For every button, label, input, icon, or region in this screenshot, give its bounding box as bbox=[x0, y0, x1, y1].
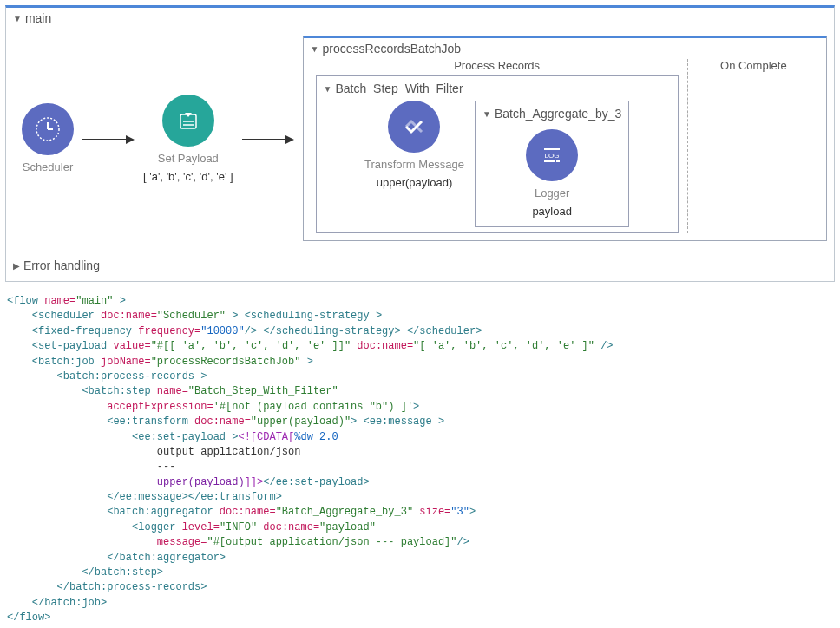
transform-label: Transform Message bbox=[364, 158, 464, 171]
flow-arrow-1 bbox=[82, 128, 135, 148]
batch-phases: Process Records ▼ Batch_Step_With_Filter bbox=[311, 59, 819, 233]
batch-aggregator-title: Batch_Aggregate_by_3 bbox=[495, 107, 621, 121]
set-payload-icon bbox=[162, 95, 214, 147]
set-payload-node[interactable]: Set Payload [ 'a', 'b', 'c', 'd', 'e' ] bbox=[143, 95, 233, 183]
collapse-triangle-icon[interactable]: ▼ bbox=[13, 14, 22, 23]
error-handling-section[interactable]: ▶ Error handling bbox=[13, 253, 827, 274]
on-complete-label: On Complete bbox=[720, 59, 787, 72]
batch-aggregator-scope[interactable]: ▼ Batch_Aggregate_by_3 LOG Logger bbox=[475, 101, 629, 227]
error-handling-label: Error handling bbox=[23, 258, 100, 272]
main-flow-header[interactable]: ▼ main bbox=[13, 11, 827, 25]
transform-subtext: upper(payload) bbox=[377, 176, 452, 189]
flow-arrow-2 bbox=[242, 128, 294, 148]
process-records-phase: Process Records ▼ Batch_Step_With_Filter bbox=[311, 59, 684, 233]
scheduler-icon bbox=[22, 103, 74, 155]
logger-label: Logger bbox=[535, 186, 569, 200]
collapse-triangle-icon[interactable]: ▼ bbox=[482, 109, 491, 119]
collapse-triangle-icon[interactable]: ▼ bbox=[324, 84, 332, 94]
batch-step-title: Batch_Step_With_Filter bbox=[336, 82, 463, 95]
logger-subtext: payload bbox=[532, 205, 572, 218]
logger-icon: LOG bbox=[526, 129, 578, 181]
transform-icon bbox=[388, 101, 440, 153]
batch-job-header: ▼ processRecordsBatchJob bbox=[311, 42, 819, 56]
logger-node[interactable]: LOG Logger payload bbox=[526, 129, 578, 218]
main-flow-title: main bbox=[25, 11, 51, 25]
scheduler-node[interactable]: Scheduler bbox=[22, 103, 74, 173]
main-flow-body: Scheduler Set Payload [ 'a', 'b', 'c', '… bbox=[13, 32, 827, 248]
expand-triangle-icon[interactable]: ▶ bbox=[13, 261, 20, 271]
batch-step-body: Transform Message upper(payload) ▼ Batch… bbox=[324, 101, 671, 227]
set-payload-subtext: [ 'a', 'b', 'c', 'd', 'e' ] bbox=[143, 170, 233, 183]
batch-aggregator-header: ▼ Batch_Aggregate_by_3 bbox=[482, 107, 621, 121]
batch-step-scope[interactable]: ▼ Batch_Step_With_Filter Transform Messa… bbox=[316, 75, 679, 233]
process-records-label: Process Records bbox=[454, 59, 540, 72]
batch-job-scope[interactable]: ▼ processRecordsBatchJob Process Records… bbox=[303, 36, 827, 241]
batch-step-header: ▼ Batch_Step_With_Filter bbox=[324, 82, 671, 95]
main-flow-container: ▼ main Scheduler Set Payload [ 'a', 'b',… bbox=[5, 5, 835, 282]
xml-source-code: <flow name="main" > <scheduler doc:name=… bbox=[0, 287, 840, 628]
batch-job-title: processRecordsBatchJob bbox=[323, 42, 462, 56]
svg-text:LOG: LOG bbox=[545, 152, 560, 160]
scheduler-label: Scheduler bbox=[23, 160, 74, 173]
on-complete-phase: On Complete bbox=[687, 59, 819, 233]
collapse-triangle-icon[interactable]: ▼ bbox=[311, 44, 319, 54]
set-payload-label: Set Payload bbox=[158, 152, 219, 165]
transform-node[interactable]: Transform Message upper(payload) bbox=[364, 101, 464, 189]
aggregator-body: LOG Logger payload bbox=[482, 126, 621, 221]
